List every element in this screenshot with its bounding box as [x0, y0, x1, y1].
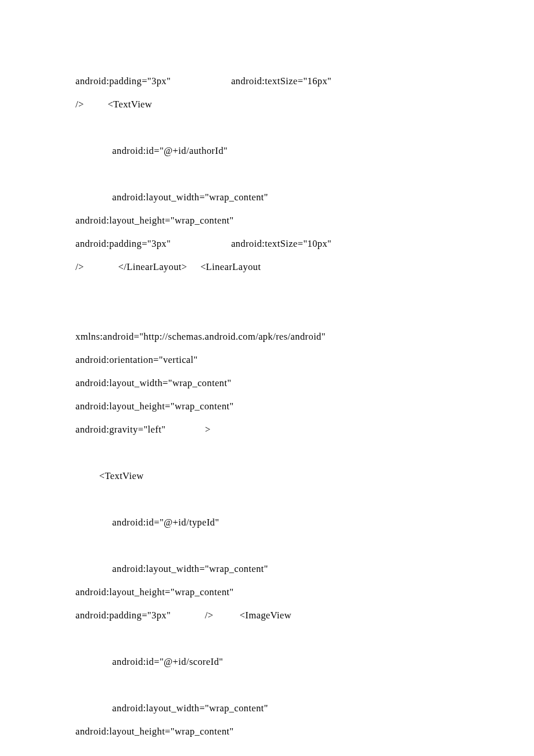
code-line [75, 163, 459, 186]
code-line: android:id="@+id/scoreId" [75, 650, 459, 674]
code-line: android:layout_height="wrap_content" [75, 720, 459, 743]
code-line: android:orientation="vertical" [75, 348, 459, 372]
code-line: xmlns:android="http://schemas.android.co… [75, 325, 459, 348]
code-line: android:id="@+id/authorId" [75, 139, 459, 163]
code-line: android:padding="3px" android:textSize="… [75, 232, 459, 255]
code-line: /> </LinearLayout> <LinearLayout [75, 255, 459, 279]
document-page: android:padding="3px" android:textSize="… [0, 0, 534, 756]
code-line: android:gravity="left" > [75, 418, 459, 441]
code-line [75, 441, 459, 465]
code-line [75, 534, 459, 557]
code-line [75, 743, 459, 756]
code-line: android:layout_height="wrap_content" [75, 581, 459, 604]
code-line [75, 627, 459, 650]
code-block: android:padding="3px" android:textSize="… [75, 70, 459, 756]
code-line: android:layout_height="wrap_content" [75, 395, 459, 418]
code-line: android:padding="3px" android:textSize="… [75, 70, 459, 93]
code-line [75, 116, 459, 139]
code-line: android:layout_width="wrap_content" [75, 557, 459, 581]
code-line: android:id="@+id/typeId" [75, 511, 459, 534]
code-line [75, 279, 459, 302]
code-line [75, 302, 459, 325]
code-line: android:layout_width="wrap_content" [75, 372, 459, 395]
code-line [75, 488, 459, 511]
code-line: android:padding="3px" /> <ImageView [75, 604, 459, 627]
code-line: android:layout_width="wrap_content" [75, 186, 459, 209]
code-line: /> <TextView [75, 93, 459, 116]
code-line [75, 674, 459, 697]
code-line: android:layout_height="wrap_content" [75, 209, 459, 232]
code-line: android:layout_width="wrap_content" [75, 697, 459, 720]
code-line: <TextView [75, 465, 459, 488]
